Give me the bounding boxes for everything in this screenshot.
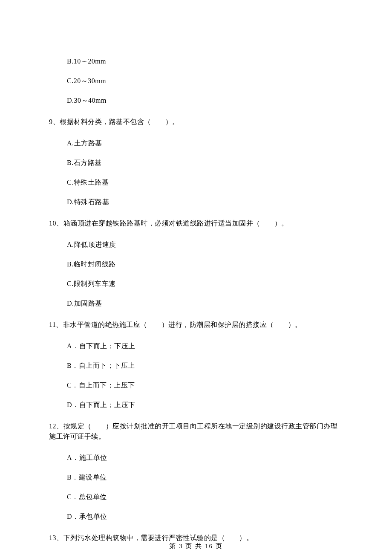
question-11: 11、非水平管道的绝热施工应（ ）进行，防潮层和保护层的搭接应（ ）。: [49, 320, 343, 330]
exam-page: B.10～20mm C.20～30mm D.30～40mm 9、根据材料分类，路…: [0, 0, 392, 555]
q9-option-a: A.土方路基: [67, 138, 343, 148]
question-12: 12、按规定（ ）应按计划批准的开工项目向工程所在地一定级别的建设行政主管部门办…: [49, 421, 343, 442]
q10-option-c: C.限制列车车速: [67, 279, 343, 289]
q9-option-b: B.石方路基: [67, 158, 343, 168]
question-10: 10、箱涵顶进在穿越铁路路基时，必须对铁道线路进行适当加固并（ ）。: [49, 218, 343, 228]
option-b: B.10～20mm: [67, 56, 343, 66]
q11-option-a: A．自下而上；下压上: [67, 341, 343, 351]
q10-option-d: D.加固路基: [67, 298, 343, 309]
option-d: D.30～40mm: [67, 95, 343, 106]
q12-option-a: A．施工单位: [67, 453, 343, 463]
q9-option-c: C.特殊土路基: [67, 177, 343, 188]
q11-option-d: D．自下而上；上压下: [67, 400, 343, 410]
page-footer: 第 3 页 共 16 页: [0, 541, 392, 551]
option-c: C.20～30mm: [67, 76, 343, 86]
q12-option-b: B．建设单位: [67, 472, 343, 483]
q12-option-c: C．总包单位: [67, 492, 343, 502]
q10-option-a: A.降低顶进速度: [67, 240, 343, 250]
q9-option-d: D.特殊石路基: [67, 197, 343, 207]
question-9: 9、根据材料分类，路基不包含（ ）。: [49, 117, 343, 127]
q10-option-b: B.临时封闭线路: [67, 259, 343, 269]
q11-option-c: C．自上而下；上压下: [67, 380, 343, 390]
q12-option-d: D．承包单位: [67, 512, 343, 522]
q11-option-b: B．自上而下；下压上: [67, 361, 343, 371]
